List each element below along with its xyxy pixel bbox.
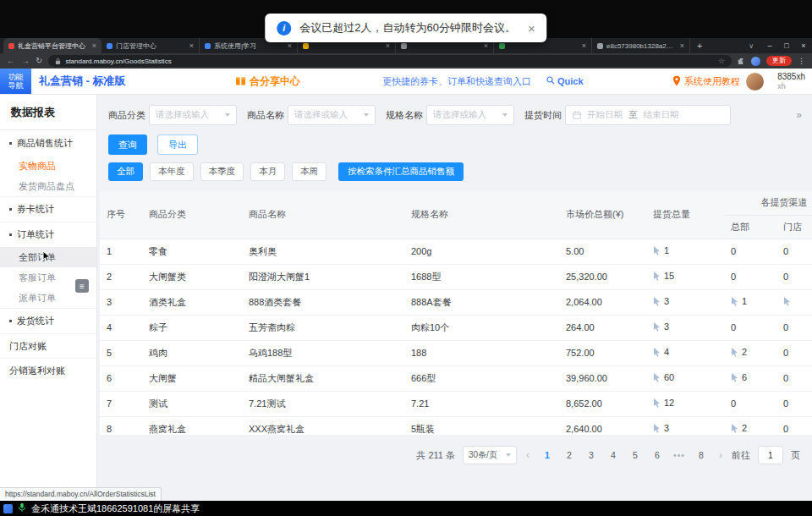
sidebar-item[interactable]: 实物商品 [0, 156, 96, 176]
tab-close-icon[interactable]: × [386, 41, 390, 50]
next-page-icon[interactable]: › [717, 449, 724, 461]
forward-icon[interactable]: → [21, 57, 30, 65]
page-number[interactable]: 6 [649, 446, 666, 464]
page-number[interactable]: 1 [539, 446, 556, 464]
cell-name: XXX燕窝礼盒 [242, 416, 404, 435]
extensions-icon[interactable] [738, 53, 745, 69]
sidebar-item[interactable]: 券卡统计 [0, 196, 96, 222]
quick-filter-chip[interactable]: 全部 [108, 162, 143, 181]
date-range-picker[interactable]: 开始日期 至 结束日期 [565, 105, 731, 125]
table-row[interactable]: 1 零食 奥利奥 200g 5.00 1 0 [100, 239, 812, 264]
date-separator: 至 [628, 109, 638, 121]
cell-qty: 60 [646, 365, 724, 391]
page-number[interactable]: ••• [671, 446, 688, 464]
quick-filter-chip[interactable]: 本月 [250, 162, 285, 181]
window-maximize-button[interactable]: □ [778, 41, 795, 50]
table-row[interactable]: 8 燕窝礼盒 XXX燕窝礼盒 5瓶装 2,640.00 3 2 [100, 416, 812, 435]
reload-icon[interactable]: ↻ [36, 57, 42, 65]
quick-search-link[interactable]: Quick [546, 76, 584, 86]
pick-count-icon [653, 246, 661, 255]
table-row[interactable]: 6 大闸蟹 精品大闸蟹礼盒 666型 39,960.00 60 6 [100, 365, 812, 391]
cell-category: 酒类礼盒 [142, 289, 242, 315]
share-center-link[interactable]: 合分享中心 [235, 74, 300, 89]
summary-button[interactable]: 按检索条件汇总商品销售额 [338, 162, 464, 181]
sidebar-item-label: 全部订单 [19, 251, 56, 264]
page-number[interactable]: 4 [605, 446, 622, 464]
page-jump-input[interactable]: 1 [758, 446, 783, 464]
page-size-select[interactable]: 30条/页 [463, 446, 517, 464]
sidebar-item[interactable]: 全部订单 [0, 247, 96, 267]
table-row[interactable]: 3 酒类礼盒 888酒类套餐 888A套餐 2,064.00 3 1 [100, 289, 812, 315]
quick-filter-chip[interactable]: 本年度 [150, 162, 194, 181]
sidebar-item[interactable]: 分销返利对账 [0, 358, 96, 382]
window-close-button[interactable]: × [795, 41, 812, 50]
filter-select[interactable]: 请选择或输入 [149, 105, 237, 125]
cell-amount: 5.00 [559, 239, 646, 264]
qty-value: 3 [664, 423, 669, 433]
browser-tab[interactable]: 礼盒营销平台管理中心 × [3, 38, 102, 53]
cell-spec: 200g [404, 239, 559, 264]
tab-close-icon[interactable]: × [582, 41, 586, 50]
quick-filter-chip[interactable]: 本周 [292, 162, 326, 181]
cell-store: 0 [776, 239, 812, 264]
filter-select[interactable]: 请选择或输入 [426, 105, 514, 125]
new-tab-button[interactable]: + [690, 41, 709, 51]
toast-message: 会议已超过2人，自动转为60分钟限时会议。 [299, 20, 516, 36]
filter-select[interactable]: 请选择或输入 [288, 105, 376, 125]
cell-amount: 8,652.00 [559, 391, 646, 416]
page-number[interactable]: 5 [627, 446, 644, 464]
cell-no: 6 [100, 365, 142, 391]
prev-page-icon[interactable]: ‹ [524, 449, 531, 461]
tutorial-link[interactable]: 系统使用教程 [672, 75, 740, 88]
table-row[interactable]: 2 大闸蟹类 阳澄湖大闸蟹1 1688型 25,320.00 15 0 [100, 264, 812, 289]
col-header-no: 序号 [100, 191, 142, 239]
window-minimize-button[interactable]: – [761, 41, 778, 50]
hq-value: 1 [742, 296, 747, 306]
qty-value: 4 [664, 347, 669, 357]
page-number[interactable]: 3 [583, 446, 600, 464]
select-placeholder: 请选择或输入 [433, 109, 486, 121]
search-button[interactable]: 查询 [108, 134, 147, 155]
chrome-update-button[interactable]: 更新 [766, 56, 792, 66]
browser-address-bar: ← → ↻ standard.maboy.cn/GoodsStatistics … [0, 53, 812, 69]
tab-close-icon[interactable]: × [680, 41, 684, 50]
url-box[interactable]: standard.maboy.cn/GoodsStatistics ☆ [48, 55, 732, 67]
sidebar-item-label: 客服订单 [19, 272, 56, 284]
browser-menu-icon[interactable]: ⋮ [798, 57, 805, 65]
tab-close-icon[interactable]: × [288, 41, 292, 50]
table-row[interactable]: 4 粽子 五芳斋肉粽 肉粽10个 264.00 3 0 [100, 315, 812, 340]
user-alias: xh [777, 82, 805, 91]
cell-store: 0 [776, 340, 812, 365]
sidebar-item[interactable]: 订单统计 [0, 222, 96, 247]
tab-close-icon[interactable]: × [484, 41, 488, 50]
action-bar: 查询 导出 [97, 125, 812, 155]
quick-filter-chip[interactable]: 本季度 [200, 162, 244, 181]
back-icon[interactable]: ← [7, 57, 15, 65]
user-info[interactable]: 8385xh xh [777, 72, 805, 91]
bookmark-star-icon[interactable]: ☆ [718, 57, 725, 65]
sidebar-collapse-handle[interactable]: ≡ [75, 279, 89, 293]
table-row[interactable]: 7 测试 7.21测试 7.21 8,652.00 12 0 [100, 391, 812, 416]
qty-value: 3 [664, 296, 669, 306]
qty-value: 60 [664, 372, 674, 382]
tab-close-icon[interactable]: × [189, 41, 194, 50]
table-row[interactable]: 5 鸡肉 乌鸡188型 188 752.00 4 2 [100, 340, 812, 365]
sidebar-item[interactable]: 发货统计 [0, 308, 96, 333]
quick-entry-link[interactable]: 更快捷的券卡、订单和快递查询入口 [382, 75, 531, 88]
page-number[interactable]: 2 [561, 446, 578, 464]
toast-close-icon[interactable]: × [528, 21, 535, 36]
browser-tab[interactable]: 门店管理中心 × [102, 38, 200, 53]
screen-share-label: 金禾通技术王斌18662591081的屏幕共享 [31, 502, 200, 515]
sidebar-item[interactable]: 商品销售统计 [0, 130, 96, 156]
browser-profile-avatar[interactable] [751, 57, 760, 66]
export-button[interactable]: 导出 [157, 134, 198, 155]
sidebar-item[interactable]: 发货商品盘点 [0, 176, 96, 196]
tab-close-icon[interactable]: × [92, 41, 96, 50]
user-avatar[interactable] [746, 73, 764, 91]
browser-tab[interactable]: e8c573980b1328a2584d2e6l × [592, 38, 690, 53]
filters-collapse-icon[interactable]: » [796, 109, 807, 121]
page-number[interactable]: 8 [693, 446, 710, 464]
tab-search-chevron-icon[interactable]: ∨ [741, 42, 761, 50]
feature-nav-button[interactable]: 功能 导航 [0, 69, 31, 94]
sidebar-item[interactable]: 门店对账 [0, 333, 96, 358]
